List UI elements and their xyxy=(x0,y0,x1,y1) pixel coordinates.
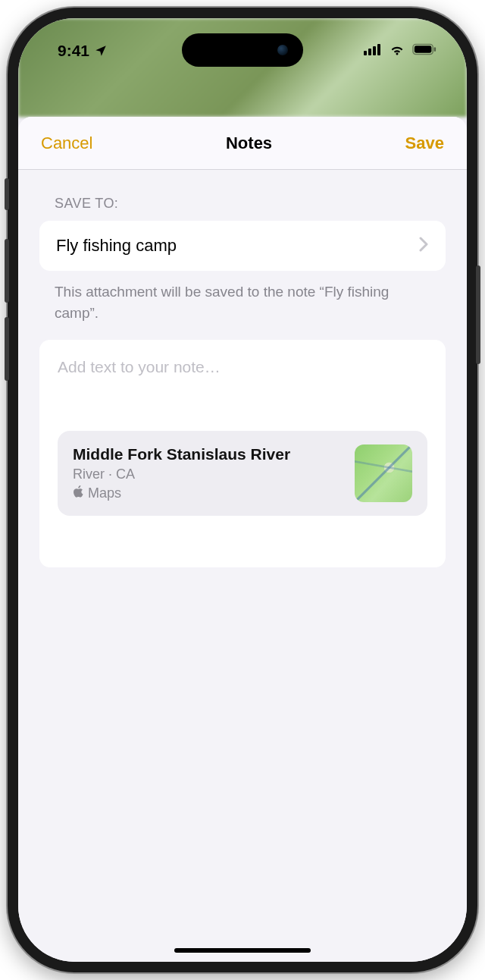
dynamic-island xyxy=(182,33,303,67)
attachment-source-app: Maps xyxy=(88,485,121,501)
svg-rect-2 xyxy=(373,46,376,55)
cancel-button[interactable]: Cancel xyxy=(41,133,92,153)
home-indicator[interactable] xyxy=(174,948,311,953)
iphone-device-frame: 9:41 Cancel Notes Sa xyxy=(8,8,477,972)
note-body-card: Middle Fork Stanislaus River River · CA … xyxy=(39,340,446,567)
nav-bar: Cancel Notes Save xyxy=(18,117,467,170)
note-text-input[interactable] xyxy=(58,358,427,394)
svg-rect-5 xyxy=(415,46,432,52)
apple-logo-icon xyxy=(73,485,83,501)
volume-up-button xyxy=(5,239,9,303)
attachment-subtitle: River · CA xyxy=(73,466,290,482)
status-time: 9:41 xyxy=(58,42,89,60)
save-button[interactable]: Save xyxy=(405,133,444,153)
save-to-section-header: SAVE TO: xyxy=(18,170,467,221)
attachment-title: Middle Fork Stanislaus River xyxy=(73,445,290,463)
svg-rect-6 xyxy=(434,47,436,52)
volume-down-button xyxy=(5,317,9,381)
share-sheet-notes: Cancel Notes Save SAVE TO: Fly fishing c… xyxy=(18,117,467,962)
side-power-button xyxy=(476,265,480,364)
location-services-icon xyxy=(94,44,108,58)
map-attachment-card[interactable]: Middle Fork Stanislaus River River · CA … xyxy=(58,431,427,516)
svg-rect-3 xyxy=(377,44,380,55)
save-to-note-row[interactable]: Fly fishing camp xyxy=(39,221,446,271)
battery-icon xyxy=(412,43,436,58)
ring-silent-switch xyxy=(5,178,9,210)
wifi-icon xyxy=(389,43,405,58)
selected-note-name: Fly fishing camp xyxy=(56,236,177,256)
chevron-right-icon xyxy=(418,237,429,255)
map-thumbnail-icon xyxy=(355,444,412,502)
svg-rect-0 xyxy=(364,51,367,55)
svg-rect-1 xyxy=(368,49,371,55)
cellular-signal-icon xyxy=(364,43,382,58)
nav-title: Notes xyxy=(226,133,272,153)
save-to-footer-text: This attachment will be saved to the not… xyxy=(18,271,467,323)
